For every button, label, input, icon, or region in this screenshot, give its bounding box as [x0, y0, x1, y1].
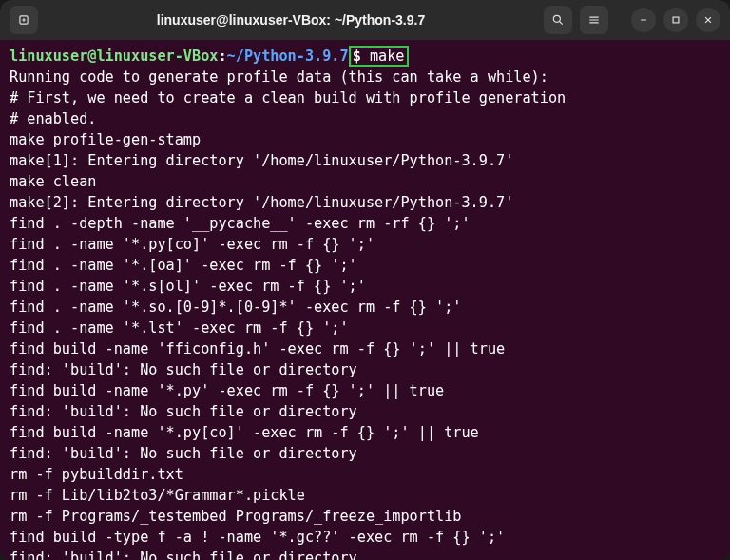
prompt-colon: :: [218, 48, 226, 65]
window-title: linuxuser@linuxuser-VBox: ~/Python-3.9.7: [44, 12, 538, 28]
search-icon: [551, 13, 565, 27]
svg-point-3: [553, 15, 560, 22]
prompt-line: linuxuser@linuxuser-VBox:~/Python-3.9.7$…: [10, 46, 409, 67]
command-text: make: [370, 48, 405, 65]
new-tab-button[interactable]: [10, 6, 38, 34]
prompt-dollar: $: [353, 48, 370, 65]
svg-line-4: [560, 22, 563, 25]
titlebar-right: [544, 6, 720, 34]
maximize-button[interactable]: [663, 8, 688, 32]
minimize-button[interactable]: [631, 8, 656, 32]
search-button[interactable]: [544, 6, 572, 34]
maximize-icon: [669, 13, 682, 27]
menu-button[interactable]: [580, 6, 608, 34]
titlebar-left: [10, 6, 38, 34]
minimize-icon: [637, 13, 650, 27]
terminal-output: Running code to generate profile data (t…: [10, 67, 720, 560]
highlighted-command: $ make: [349, 46, 409, 67]
hamburger-icon: [587, 13, 601, 27]
prompt-user-host: linuxuser@linuxuser-VBox: [10, 48, 218, 65]
svg-rect-9: [673, 17, 679, 23]
close-icon: [701, 13, 715, 27]
prompt-path: ~/Python-3.9.7: [227, 48, 349, 65]
terminal-viewport[interactable]: linuxuser@linuxuser-VBox:~/Python-3.9.7$…: [0, 40, 730, 560]
window-titlebar: linuxuser@linuxuser-VBox: ~/Python-3.9.7: [0, 0, 730, 40]
close-button[interactable]: [696, 8, 720, 32]
new-tab-icon: [17, 13, 30, 27]
